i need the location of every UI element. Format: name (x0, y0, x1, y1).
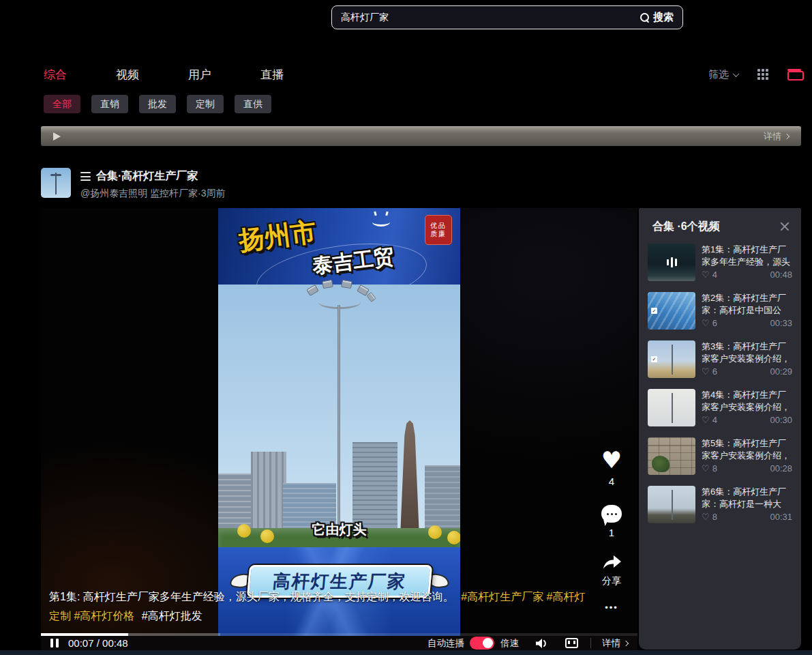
share-button[interactable]: 分享 (601, 553, 622, 587)
filter-dropdown[interactable]: 筛选 (708, 68, 738, 81)
heart-outline-icon: ♡ (702, 463, 710, 474)
filter-chips: 全部 直销 批发 定制 直供 (44, 95, 271, 113)
pole-graphic (672, 345, 673, 375)
caption-hashtag-plain[interactable]: #高杆灯批发 (142, 610, 202, 622)
speed-button[interactable]: 倍速 (500, 637, 519, 650)
collection-title-link[interactable]: 合集·高杆灯生产厂家 (80, 169, 226, 184)
search-input[interactable] (341, 12, 635, 23)
banner-detail-label: 详情 (764, 130, 781, 143)
watermark-check-icon: ✓ (651, 356, 657, 362)
collapsed-banner[interactable]: 详情 (41, 126, 801, 146)
comment-count: 1 (609, 527, 614, 538)
search-icon (640, 13, 650, 23)
pole-graphic (672, 393, 673, 423)
playlist-item-title: 第6集：高杆灯生产厂家：高杆灯是一种大型… (702, 486, 792, 510)
playlist-item-title: 第1集：高杆灯生产厂家多年生产经验，源头厂… (702, 244, 792, 268)
building (352, 442, 397, 528)
more-options-icon[interactable]: ••• (605, 602, 618, 613)
screencast-icon[interactable] (565, 638, 578, 648)
pause-icon[interactable] (50, 639, 59, 647)
grid-view-icon[interactable] (757, 69, 768, 80)
detail-button[interactable]: 详情 (602, 637, 628, 650)
playlist-thumb (648, 244, 695, 281)
video-caption: 第1集: 高杆灯生产厂家多年生产经验，源头厂家，规格齐全，支持定制，欢迎咨询。 … (49, 587, 595, 625)
control-right-group: 自动连播 倍速 详情 (427, 637, 628, 650)
result-tabs-row: 综合 视频 用户 直播 筛选 (44, 66, 801, 83)
playlist-item-likes: 6 (712, 318, 717, 328)
playlist-item-title: 第5集：高杆灯生产厂家客户安装案例介绍，品… (702, 437, 792, 462)
overlay-brand-text: 泰吉工贸 (311, 243, 395, 280)
chevron-right-icon (784, 134, 790, 139)
tab-live[interactable]: 直播 (260, 67, 284, 83)
heart-outline-icon: ♡ (702, 415, 710, 425)
pole-graphic (672, 490, 673, 520)
playlist-item-1[interactable]: 第1集：高杆灯生产厂家多年生产经验，源头厂… ♡ 4 00:48 (648, 244, 792, 281)
building (251, 452, 286, 528)
chip-wholesale[interactable]: 批发 (139, 95, 176, 113)
playlist-item-2[interactable]: ✓ 第2集：高杆灯生产厂家：高杆灯是中国公路… ♡ 6 00:33 (648, 292, 792, 330)
playlist-thumb: ✓ (648, 292, 695, 330)
collection-list: 第1集：高杆灯生产厂家多年生产经验，源头厂… ♡ 4 00:48 ✓ 第2集：高… (639, 244, 801, 523)
single-view-icon[interactable] (787, 69, 801, 81)
video-subtitle: 它由灯头 (218, 521, 460, 539)
video-stage[interactable]: 扬州市 泰吉工贸 优品质廉 它由灯头 (218, 208, 460, 636)
playlist-thumb (648, 486, 695, 523)
heart-outline-icon: ♡ (702, 270, 710, 280)
watermark-check-icon: ✓ (651, 308, 657, 314)
banner-detail-link[interactable]: 详情 (764, 130, 789, 143)
playlist-item-title: 第3集：高杆灯生产厂家客户安装案例介绍，质… (702, 340, 792, 365)
playlist-item-3[interactable]: ✓ 第3集：高杆灯生产厂家客户安装案例介绍，质… ♡ 6 00:29 (648, 340, 792, 378)
playlist-item-6[interactable]: 第6集：高杆灯生产厂家：高杆灯是一种大型… ♡ 8 00:31 (648, 486, 792, 523)
playlist-thumb: ✓ (648, 340, 695, 378)
progress-bar[interactable] (41, 633, 637, 636)
spire-tower (393, 420, 426, 528)
chip-direct-supply[interactable]: 直供 (235, 95, 271, 113)
bottom-strip (0, 650, 812, 655)
playlist-thumb (648, 389, 695, 426)
video-sky-scene (218, 285, 460, 547)
tab-video[interactable]: 视频 (116, 67, 139, 83)
collection-panel-title: 合集 ·6个视频 (652, 220, 720, 232)
smiley-icon (372, 218, 390, 227)
playlist-item-title: 第2集：高杆灯生产厂家：高杆灯是中国公路… (702, 292, 792, 317)
autoplay-toggle[interactable] (470, 637, 494, 650)
chip-direct-sale[interactable]: 直销 (91, 95, 128, 113)
progress-played (41, 633, 128, 636)
playlist-item-duration: 00:28 (770, 463, 792, 474)
caption-text: 第1集: 高杆灯生产厂家多年生产经验，源头厂家，规格齐全，支持定制，欢迎咨询。 (49, 591, 454, 602)
comment-icon[interactable] (601, 505, 622, 523)
video-player: 扬州市 泰吉工贸 优品质廉 它由灯头 (41, 208, 637, 636)
playlist-item-title: 第4集：高杆灯生产厂家客户安装案例介绍，品… (702, 389, 792, 413)
heart-outline-icon: ♡ (702, 366, 710, 377)
collection-thumbnail[interactable] (41, 168, 71, 198)
playlist-item-duration: 00:31 (770, 512, 792, 522)
playlist-item-duration: 00:48 (770, 270, 792, 280)
playlist-item-duration: 00:33 (770, 318, 792, 328)
time-display: 00:07 / 00:48 (68, 637, 128, 649)
player-control-bar: 00:07 / 00:48 自动连播 倍速 详情 (41, 636, 637, 650)
video-title-band: 扬州市 泰吉工贸 优品质廉 (218, 208, 460, 285)
quality-seal-badge: 优品质廉 (425, 215, 452, 245)
volume-icon[interactable] (535, 638, 549, 649)
video-header: 合集·高杆灯生产厂家 @扬州泰吉照明 监控杆厂家·3周前 (41, 168, 226, 200)
tab-user[interactable]: 用户 (188, 67, 211, 83)
tab-comprehensive[interactable]: 综合 (44, 67, 67, 83)
like-count: 4 (609, 476, 614, 487)
collection-title: 合集·高杆灯生产厂家 (96, 169, 198, 184)
playlist-item-likes: 4 (712, 415, 717, 425)
chip-all[interactable]: 全部 (44, 95, 80, 113)
view-controls: 筛选 (708, 68, 801, 81)
close-icon[interactable] (779, 221, 790, 232)
heart-outline-icon: ♡ (702, 318, 710, 328)
play-icon (53, 132, 61, 141)
overlay-city-text: 扬州市 (237, 214, 318, 259)
search-bar: 搜索 (331, 5, 683, 29)
plant-graphic (652, 456, 670, 472)
chip-custom[interactable]: 定制 (187, 95, 224, 113)
heart-outline-icon: ♡ (702, 512, 710, 522)
search-button[interactable]: 搜索 (640, 11, 674, 24)
playlist-item-5[interactable]: 第5集：高杆灯生产厂家客户安装案例介绍，品… ♡ 8 00:28 (648, 437, 792, 475)
author-byline[interactable]: @扬州泰吉照明 监控杆厂家·3周前 (80, 188, 226, 200)
like-heart-icon[interactable]: ♥ (601, 448, 622, 471)
playlist-item-4[interactable]: 第4集：高杆灯生产厂家客户安装案例介绍，品… ♡ 4 00:30 (648, 389, 792, 426)
